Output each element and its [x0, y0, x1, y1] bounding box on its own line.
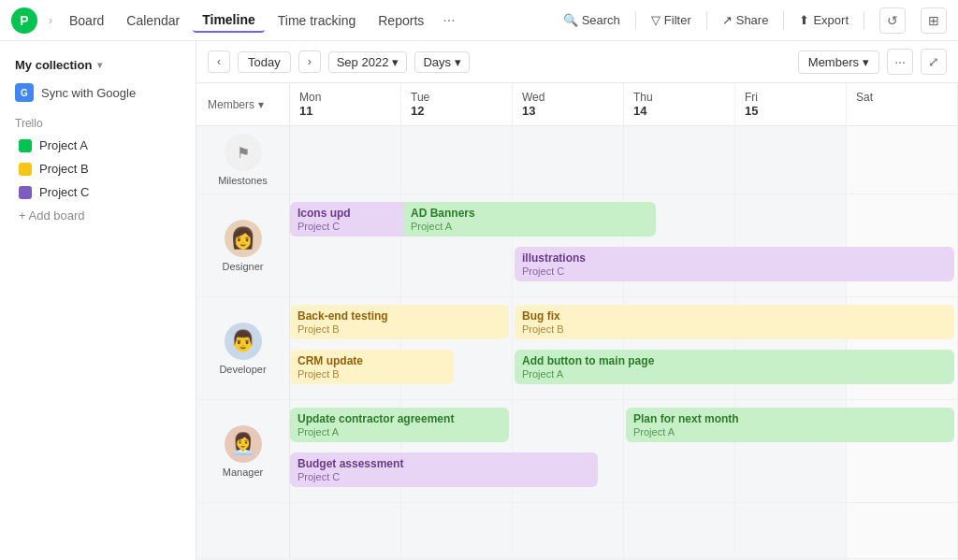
task-contractor-agreement[interactable]: Update contractor agreement Project A — [290, 408, 509, 442]
project-c-label: Project C — [39, 185, 89, 199]
export-action[interactable]: ⬆ Export — [799, 13, 849, 27]
sync-with-google[interactable]: G Sync with Google — [0, 78, 196, 108]
sidebar-item-project-b[interactable]: Project B — [4, 157, 192, 180]
days-header: Mon 11 Tue 12 Wed 13 Thu 14 — [290, 83, 958, 125]
nav-expand-chevron[interactable]: › — [45, 14, 56, 27]
developer-row: 👨 Developer — [196, 297, 958, 400]
date-selector[interactable]: Sep 2022 ▾ — [328, 51, 408, 73]
task-project: Project A — [298, 426, 501, 438]
toolbar-right: Members ▾ ··· ⤢ — [798, 49, 947, 75]
date-label: Sep 2022 — [337, 55, 389, 69]
task-add-button[interactable]: Add button to main page Project A — [515, 350, 954, 384]
collection-label: My collection — [15, 58, 92, 72]
day-header-tue12: Tue 12 — [401, 83, 513, 125]
task-title: Bug fix — [522, 309, 947, 323]
task-project: Project B — [298, 368, 446, 380]
cell — [735, 503, 847, 558]
main-layout: My collection ▾ G Sync with Google Trell… — [0, 41, 958, 560]
nav-board[interactable]: Board — [60, 9, 113, 32]
designer-member-col: 👩 Designer — [196, 194, 290, 296]
empty-row — [196, 503, 958, 559]
app-logo: P — [11, 7, 37, 34]
task-title: CRM update — [298, 354, 446, 367]
share-label: Share — [736, 13, 769, 27]
task-crm-update[interactable]: CRM update Project B — [290, 350, 454, 384]
refresh-button[interactable]: ↺ — [879, 7, 906, 34]
view-label: Days — [423, 55, 451, 69]
task-project: Project A — [633, 426, 947, 438]
task-illustrations[interactable]: illustrations Project C — [515, 247, 954, 281]
filter-icon: ▽ — [651, 13, 660, 27]
task-title: Back-end testing — [298, 309, 501, 323]
manager-name: Manager — [223, 467, 263, 478]
day-name: Fri — [745, 91, 836, 104]
designer-tasks: Icons upd Project C AD Banners Project A… — [290, 194, 958, 296]
grid-body: ⚑ Milestones 👩 — [196, 126, 958, 560]
nav-calendar[interactable]: Calendar — [117, 9, 189, 32]
task-project: Project C — [298, 471, 590, 482]
manager-tasks: Update contractor agreement Project A Pl… — [290, 400, 958, 502]
day-num: 12 — [411, 104, 502, 118]
cell — [735, 126, 847, 194]
add-board-button[interactable]: + Add board — [4, 204, 192, 227]
manager-avatar: 👩‍💼 — [225, 425, 262, 463]
view-selector[interactable]: Days ▾ — [414, 51, 470, 73]
nav-reports[interactable]: Reports — [369, 9, 433, 32]
filter-label: Filter — [664, 13, 691, 27]
task-project: Project B — [298, 323, 501, 335]
nav-divider-3 — [783, 11, 784, 30]
collection-chevron: ▾ — [97, 60, 102, 70]
sidebar: My collection ▾ G Sync with Google Trell… — [0, 41, 196, 560]
share-icon: ↗ — [722, 13, 733, 27]
content-area: ‹ Today › Sep 2022 ▾ Days ▾ Members ▾ ··… — [196, 41, 958, 560]
designer-name: Designer — [222, 261, 263, 272]
nav-more-options[interactable]: ··· — [437, 8, 460, 33]
members-button[interactable]: Members ▾ — [798, 50, 879, 74]
day-header-sat16: Sat — [847, 83, 958, 125]
export-label: Export — [813, 13, 849, 27]
task-project: Project A — [411, 221, 648, 232]
date-chevron-icon: ▾ — [392, 55, 399, 69]
more-options-button[interactable]: ··· — [887, 49, 913, 75]
cell — [624, 503, 735, 558]
manager-row: 👩‍💼 Manager — [196, 400, 958, 503]
day-name: Wed — [522, 91, 614, 104]
task-budget-assessment[interactable]: Budget assessment Project C — [290, 452, 598, 487]
cell — [401, 126, 513, 194]
sidebar-collection[interactable]: My collection ▾ — [0, 52, 196, 78]
nav-divider-2 — [706, 11, 707, 30]
sidebar-item-project-a[interactable]: Project A — [4, 134, 192, 157]
task-project: Project C — [522, 266, 947, 277]
manager-member-col: 👩‍💼 Manager — [196, 400, 290, 502]
day-header-thu14: Thu 14 — [624, 83, 735, 125]
expand-button[interactable]: ⤢ — [921, 49, 947, 75]
next-period-button[interactable]: › — [298, 50, 321, 73]
view-chevron-icon: ▾ — [455, 55, 461, 69]
task-ad-banners[interactable]: AD Banners Project A — [403, 202, 656, 237]
layout-button[interactable]: ⊞ — [921, 7, 947, 34]
nav-time-tracking[interactable]: Time tracking — [269, 9, 366, 32]
nav-timeline[interactable]: Timeline — [193, 8, 265, 33]
task-bug-fix[interactable]: Bug fix Project B — [515, 305, 954, 339]
prev-period-button[interactable]: ‹ — [208, 50, 230, 73]
project-a-label: Project A — [39, 138, 88, 152]
day-num: 11 — [299, 104, 391, 118]
cell — [847, 503, 958, 558]
members-column-header[interactable]: Members ▾ — [196, 83, 290, 125]
cell — [513, 126, 624, 194]
day-header-fri15: Fri 15 — [735, 83, 847, 125]
filter-action[interactable]: ▽ Filter — [651, 13, 691, 27]
sidebar-item-project-c[interactable]: Project C — [4, 180, 192, 204]
developer-tasks: Back-end testing Project B Bug fix Proje… — [290, 297, 958, 399]
task-backend-testing[interactable]: Back-end testing Project B — [290, 305, 509, 339]
empty-member-col — [196, 503, 290, 558]
share-action[interactable]: ↗ Share — [722, 13, 769, 27]
day-header-mon11: Mon 11 — [290, 83, 401, 125]
task-plan-next-month[interactable]: Plan for next month Project A — [626, 408, 954, 442]
today-button[interactable]: Today — [238, 51, 291, 73]
members-label: Members — [808, 55, 859, 69]
day-num: 15 — [745, 104, 836, 118]
search-action[interactable]: 🔍 Search — [563, 13, 620, 27]
grid-header: Members ▾ Mon 11 Tue 12 Wed 13 — [196, 83, 958, 126]
day-header-wed13: Wed 13 — [513, 83, 624, 125]
